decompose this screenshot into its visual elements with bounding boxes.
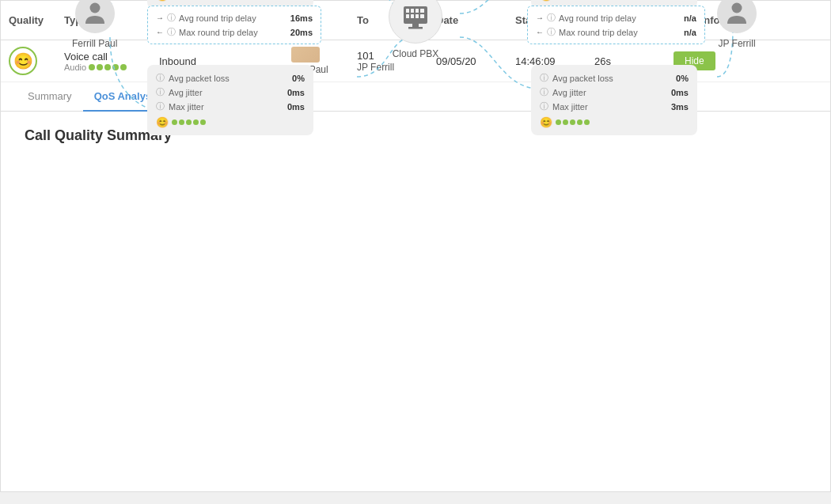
right-person-avatar [717, 0, 757, 33]
svg-rect-15 [406, 9, 409, 13]
bl2-lbl: Avg jitter [169, 88, 283, 97]
il2: ⓘ [167, 26, 176, 38]
brd1 [556, 119, 561, 125]
brd3 [570, 119, 575, 125]
arr-right-1: → [156, 13, 164, 22]
ibr3: ⓘ [540, 100, 548, 112]
br2-val: 0ms [671, 88, 689, 97]
ibr1: ⓘ [540, 72, 548, 84]
bd3 [186, 119, 192, 125]
bd4 [193, 119, 199, 125]
svg-rect-23 [412, 24, 419, 27]
arrow-box-left: → ⓘ Avg round trip delay 16ms ← ⓘ Max ro… [147, 6, 321, 44]
arr-right-2: → [536, 13, 544, 22]
brd5 [584, 119, 590, 125]
pbx-node-overlay: Cloud PBX [389, 0, 442, 59]
diagram-overlay: Ferrill Paul ⓘ Avg packet loss 0% ⓘ Avg … [25, 0, 800, 168]
arrow-box-right: → ⓘ Avg round trip delay n/a ← ⓘ Max rou… [527, 6, 705, 44]
al1-lbl: Avg round trip delay [179, 13, 287, 23]
svg-rect-24 [408, 27, 423, 29]
ar1-lbl: Avg round trip delay [559, 13, 681, 23]
svg-rect-22 [420, 14, 424, 18]
pbx-circle [389, 0, 442, 44]
arr-left-1: ← [156, 28, 164, 36]
al2-lbl: Max round trip delay [179, 28, 287, 37]
content-area: Call Quality Summary [1, 112, 830, 491]
bl1-lbl: Avg packet loss [169, 74, 288, 83]
ibr2: ⓘ [540, 86, 548, 98]
ir1: ⓘ [547, 12, 556, 24]
svg-rect-16 [411, 9, 414, 13]
svg-rect-18 [420, 9, 424, 13]
ar2-val: n/a [684, 28, 696, 37]
left-person: Ferrill Paul [72, 0, 117, 49]
br3-lbl: Max jitter [552, 102, 667, 112]
al2-val: 20ms [290, 28, 313, 37]
svg-point-25 [732, 3, 742, 13]
bl3-lbl: Max jitter [169, 102, 283, 112]
bl1-val: 0% [292, 74, 305, 83]
ib3: ⓘ [156, 100, 165, 112]
ir2: ⓘ [547, 26, 556, 38]
svg-rect-19 [406, 14, 409, 18]
smiley-bl: 😊 [156, 116, 169, 128]
left-person-avatar [75, 0, 115, 33]
svg-rect-20 [411, 14, 414, 18]
bd5 [200, 119, 206, 125]
br2-lbl: Avg jitter [552, 88, 667, 97]
svg-rect-17 [416, 9, 419, 13]
svg-point-13 [89, 3, 100, 13]
bl3-val: 0ms [287, 102, 305, 112]
bd1 [172, 119, 177, 125]
al1-val: 16ms [290, 13, 313, 23]
stats-br-box: ⓘ Avg packet loss 0% ⓘ Avg jitter 0ms ⓘ … [531, 65, 697, 135]
dots-br [556, 119, 590, 125]
main-container: Quality Type Direction From/Host To Date… [0, 0, 831, 492]
ar2-lbl: Max round trip delay [559, 28, 681, 37]
smiley-tl: 😊 [156, 0, 169, 2]
left-person-name: Ferrill Paul [72, 38, 117, 49]
smiley-tr: 😊 [540, 0, 552, 2]
br1-lbl: Avg packet loss [552, 74, 672, 83]
ib1: ⓘ [156, 72, 165, 84]
ib2: ⓘ [156, 86, 165, 98]
br3-val: 3ms [671, 102, 689, 112]
bd2 [179, 119, 184, 125]
smiley-br: 😊 [540, 116, 552, 128]
svg-rect-21 [416, 14, 419, 18]
pbx-label-overlay: Cloud PBX [393, 48, 439, 59]
ar1-val: n/a [684, 13, 696, 23]
il1: ⓘ [167, 12, 176, 24]
arr-left-2: ← [536, 28, 544, 36]
br1-val: 0% [676, 74, 689, 83]
brd2 [563, 119, 568, 125]
bl2-val: 0ms [287, 88, 305, 97]
dots-bl [172, 119, 206, 125]
right-person-overlay: JP Ferrill [717, 0, 757, 49]
brd4 [577, 119, 582, 125]
stats-bl-box: ⓘ Avg packet loss 0% ⓘ Avg jitter 0ms ⓘ … [147, 65, 313, 135]
right-person-name: JP Ferrill [718, 38, 755, 49]
